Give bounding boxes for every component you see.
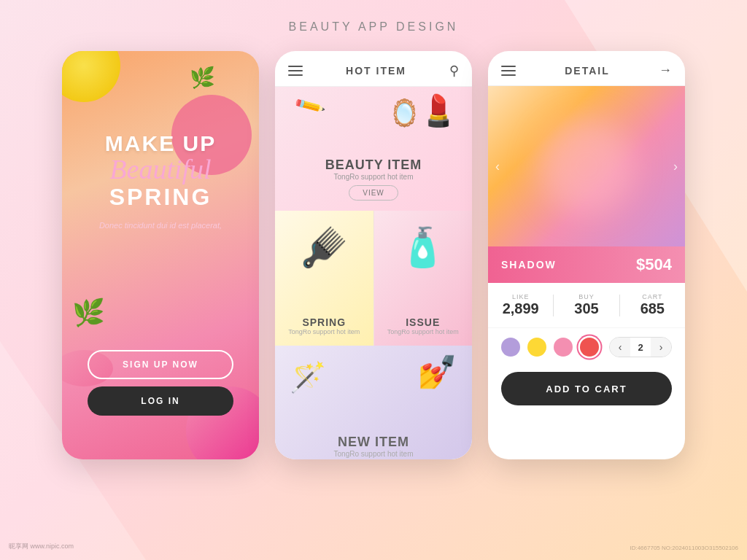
stat-buy: BUY 305 [554, 293, 619, 317]
watermark-left: 昵享网 www.nipic.com [9, 542, 74, 551]
like-label: LIKE [488, 293, 553, 300]
hotitem-header: HOT ITEM ⚲ [275, 51, 472, 87]
hotitem-title: HOT ITEM [346, 65, 406, 77]
issue-sub: TongRo support hot item [387, 328, 459, 335]
splash-headline1: MAKE UP [99, 131, 222, 155]
detail-menu-line-2 [501, 70, 516, 71]
qty-value: 2 [630, 342, 651, 353]
beauty-item-title: BEAUTY ITEM [325, 158, 422, 173]
menu-line-2 [288, 70, 303, 71]
beauty-view-button[interactable]: VIEW [349, 185, 398, 201]
issue-card: 🧴 ISSUE TongRo support hot item [374, 211, 473, 346]
hotitem-content: ✏️ 💄 🪞 BEAUTY ITEM TongRo support hot it… [275, 87, 472, 459]
cart-label: CART [620, 293, 685, 300]
buy-label: BUY [554, 293, 619, 300]
color-pink[interactable] [554, 338, 573, 357]
add-to-cart-button[interactable]: ADD TO CART [501, 372, 672, 405]
splash-subtitle: Donec tincidunt dui id est placerat, [99, 221, 222, 230]
cart-value: 685 [620, 300, 685, 317]
watermark-right: ID:4667705 NO:2024011003O315502106 [630, 545, 738, 551]
spring-emoji: 🪮 [301, 225, 348, 270]
screen-splash: 🌿 🌿 MAKE UP Beautiful SPRING Donec tinci… [62, 51, 259, 459]
detail-menu-line-3 [501, 74, 516, 76]
qty-increase-button[interactable]: › [651, 338, 671, 357]
arrow-right-icon[interactable]: → [659, 63, 672, 78]
login-button[interactable]: LOG IN [88, 386, 233, 416]
category-row: 🪮 SPRING TongRo support hot item 🧴 ISSUE… [275, 211, 472, 346]
spring-sub: TongRo support hot item [288, 328, 360, 335]
product-name: SHADOW [501, 259, 557, 271]
new-banner: 🪄 💅 NEW ITEM TongRo support hot item VIE… [275, 346, 472, 459]
beauty-banner: ✏️ 💄 🪞 BEAUTY ITEM TongRo support hot it… [275, 87, 472, 211]
qty-decrease-button[interactable]: ‹ [610, 338, 630, 357]
buy-value: 305 [554, 300, 619, 317]
detail-stats: LIKE 2,899 BUY 305 CART 685 [488, 283, 685, 328]
new-item-sub: TongRo support hot item [334, 450, 414, 458]
search-icon[interactable]: ⚲ [449, 63, 459, 79]
splash-headline3: SPRING [99, 183, 222, 211]
deco-circle-yellow [62, 51, 120, 102]
beauty-banner-text: BEAUTY ITEM TongRo support hot item VIEW [325, 158, 422, 201]
screen-hotitem: HOT ITEM ⚲ ✏️ 💄 🪞 BEAUTY ITEM TongRo sup… [275, 51, 472, 459]
detail-image-area: ‹ › [488, 86, 685, 246]
color-red[interactable] [580, 338, 599, 357]
detail-title: DETAIL [565, 65, 610, 77]
splash-text-area: MAKE UP Beautiful SPRING Donec tincidunt… [99, 131, 222, 230]
detail-menu-line-1 [501, 66, 516, 67]
menu-icon[interactable] [288, 66, 303, 76]
beauty-item-sub: TongRo support hot item [325, 173, 422, 181]
color-yellow[interactable] [527, 338, 546, 357]
detail-menu-icon[interactable] [501, 66, 516, 76]
screens-container: 🌿 🌿 MAKE UP Beautiful SPRING Donec tinci… [0, 51, 747, 459]
menu-line-1 [288, 66, 303, 67]
splash-buttons: SIGN UP NOW LOG IN [62, 350, 259, 416]
prev-image-button[interactable]: ‹ [495, 159, 500, 174]
quantity-control: ‹ 2 › [609, 337, 672, 357]
like-value: 2,899 [488, 300, 553, 317]
issue-emoji: 🧴 [399, 225, 446, 270]
detail-product-image [539, 119, 634, 214]
detail-product-label: SHADOW $504 [488, 246, 685, 283]
spring-title: SPRING [302, 316, 346, 328]
new-item-title: NEW ITEM [334, 435, 414, 450]
splash-headline2: Beautiful [99, 155, 222, 183]
detail-colors: ‹ 2 › [488, 328, 685, 366]
detail-header: DETAIL → [488, 51, 685, 86]
menu-line-3 [288, 74, 303, 76]
next-image-button[interactable]: › [673, 159, 678, 174]
deco-leaf2: 🌿 [72, 298, 105, 328]
screen-detail: DETAIL → ‹ › SHADOW $504 LIKE 2,899 BUY … [488, 51, 685, 459]
stat-like: LIKE 2,899 [488, 293, 553, 317]
deco-leaf: 🌿 [190, 66, 215, 90]
spring-card: 🪮 SPRING TongRo support hot item [275, 211, 374, 346]
signup-button[interactable]: SIGN UP NOW [88, 350, 233, 379]
color-purple[interactable] [501, 338, 520, 357]
new-banner-text: NEW ITEM TongRo support hot item VIEW [334, 435, 414, 459]
product-price: $504 [636, 255, 672, 274]
stat-cart: CART 685 [620, 293, 685, 317]
issue-title: ISSUE [406, 316, 440, 328]
